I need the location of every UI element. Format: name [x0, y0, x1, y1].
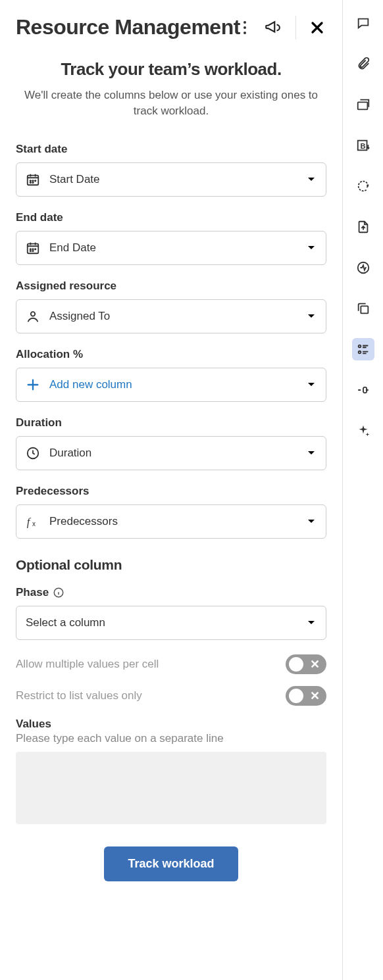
activity-icon	[356, 260, 370, 275]
intro-description: We'll create the columns below or use yo…	[16, 87, 326, 119]
sidebar-bold[interactable]: B	[352, 134, 374, 157]
svg-rect-24	[361, 306, 368, 313]
announce-button[interactable]	[261, 16, 284, 39]
fx-icon: fx	[26, 514, 40, 529]
restrict-list-label: Restrict to list values only	[16, 689, 142, 702]
person-icon	[26, 309, 40, 324]
intro-title: Track your team’s workload.	[16, 59, 326, 80]
toggle-knob	[289, 657, 303, 672]
toggle-knob	[289, 689, 303, 703]
close-icon	[311, 21, 324, 34]
svg-point-1	[243, 26, 246, 29]
svg-point-0	[243, 21, 246, 24]
sync-icon	[356, 179, 370, 193]
sidebar-comments[interactable]	[352, 12, 374, 34]
allow-multiple-toggle[interactable]: ✕	[286, 654, 326, 674]
sidebar-sync[interactable]	[352, 175, 374, 197]
more-options-button[interactable]	[240, 18, 249, 37]
resource-icon	[356, 342, 370, 356]
cards-icon	[356, 97, 370, 112]
toggle-off-icon: ✕	[310, 657, 320, 672]
svg-point-11	[32, 249, 33, 249]
svg-text:B: B	[360, 142, 365, 150]
phase-label: Phase	[16, 586, 326, 599]
values-hint: Please type each value on a separate lin…	[16, 732, 326, 745]
chevron-down-icon	[307, 245, 315, 251]
svg-text:x: x	[32, 520, 36, 527]
info-icon[interactable]	[53, 587, 64, 599]
megaphone-icon	[264, 19, 281, 36]
header-divider	[295, 16, 296, 39]
start-date-select[interactable]: Start Date	[16, 162, 326, 197]
restrict-list-toggle[interactable]: ✕	[286, 686, 326, 706]
svg-point-4	[30, 180, 31, 181]
format-icon: B	[356, 138, 370, 153]
svg-point-7	[30, 182, 31, 182]
comment-icon	[356, 16, 370, 30]
svg-point-13	[30, 250, 31, 251]
sidebar-copy[interactable]	[352, 297, 374, 320]
svg-point-6	[35, 180, 36, 181]
phase-placeholder: Select a column	[26, 616, 317, 629]
toggle-off-icon: ✕	[310, 689, 320, 703]
svg-point-10	[30, 249, 31, 249]
duration-value: Duration	[49, 447, 317, 460]
phase-select[interactable]: Select a column	[16, 606, 326, 640]
svg-point-8	[32, 182, 33, 182]
upload-file-icon	[356, 220, 370, 234]
allocation-select[interactable]: Add new column	[16, 368, 326, 402]
allow-multiple-label: Allow multiple values per cell	[16, 658, 159, 671]
sidebar-ai[interactable]	[352, 420, 374, 442]
allocation-add-text: Add new column	[49, 378, 317, 391]
duration-label: Duration	[16, 416, 326, 429]
duration-select[interactable]: Duration	[16, 436, 326, 470]
sparkle-icon	[356, 424, 370, 438]
start-date-value: Start Date	[49, 173, 317, 186]
values-label: Values	[16, 718, 326, 731]
svg-rect-20	[357, 102, 367, 109]
paperclip-icon	[356, 57, 370, 71]
end-date-value: End Date	[49, 241, 317, 255]
svg-text:f: f	[27, 515, 32, 527]
svg-point-12	[35, 249, 36, 249]
chevron-down-icon	[307, 620, 315, 625]
chevron-down-icon	[307, 519, 315, 524]
assigned-label: Assigned resource	[16, 280, 326, 293]
sidebar-upload[interactable]	[352, 216, 374, 238]
page-title: Resource Management	[16, 16, 240, 39]
sidebar-activity[interactable]	[352, 257, 374, 279]
svg-point-25	[358, 345, 361, 348]
copy-icon	[356, 301, 370, 316]
optional-section-title: Optional column	[16, 557, 326, 573]
right-sidebar: B	[342, 0, 383, 980]
predecessors-value: Predecessors	[49, 515, 317, 528]
end-date-label: End date	[16, 211, 326, 224]
chevron-down-icon	[307, 177, 315, 182]
phase-label-text: Phase	[16, 586, 49, 599]
svg-point-15	[31, 312, 35, 316]
values-textarea[interactable]	[16, 752, 326, 824]
svg-point-14	[32, 250, 33, 251]
plus-icon	[26, 378, 40, 392]
chevron-down-icon	[307, 451, 315, 456]
chevron-down-icon	[307, 382, 315, 387]
more-vertical-icon	[243, 20, 247, 35]
svg-point-26	[358, 351, 361, 354]
track-workload-button[interactable]: Track workload	[104, 846, 238, 881]
sidebar-cards[interactable]	[352, 93, 374, 116]
close-button[interactable]	[308, 18, 326, 37]
plug-icon	[356, 383, 370, 397]
assigned-select[interactable]: Assigned To	[16, 299, 326, 333]
allocation-label: Allocation %	[16, 348, 326, 361]
end-date-select[interactable]: End Date	[16, 231, 326, 265]
sidebar-connect[interactable]	[352, 379, 374, 401]
calendar-icon	[26, 172, 40, 187]
clock-icon	[26, 446, 40, 460]
calendar-icon	[26, 241, 40, 255]
predecessors-select[interactable]: fx Predecessors	[16, 504, 326, 539]
sidebar-attachments[interactable]	[352, 53, 374, 75]
chevron-down-icon	[307, 314, 315, 319]
svg-point-5	[32, 180, 33, 181]
sidebar-resource[interactable]	[352, 338, 374, 360]
start-date-label: Start date	[16, 143, 326, 156]
